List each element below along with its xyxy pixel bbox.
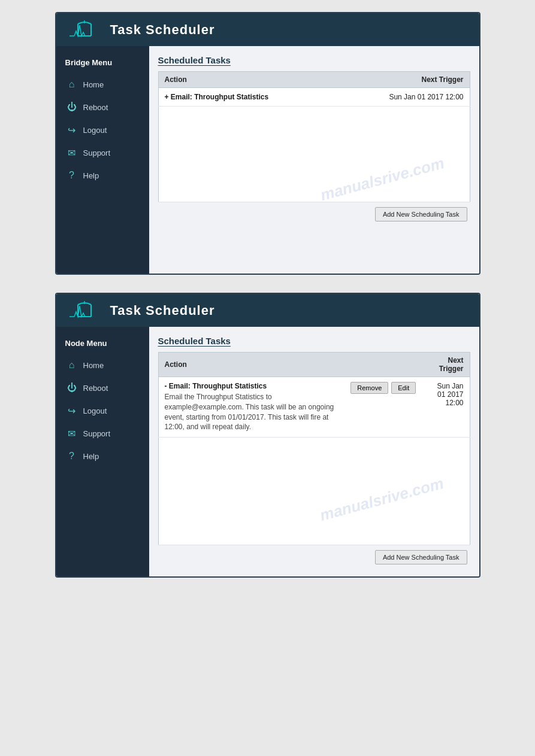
sidebar-item-help-2[interactable]: ? Help bbox=[56, 445, 149, 467]
panel-2-body: Node Menu ⌂ Home ⏻ Reboot ↪ Logout ✉ Sup… bbox=[56, 327, 479, 576]
reboot-icon: ⏻ bbox=[65, 101, 78, 114]
home-icon: ⌂ bbox=[65, 78, 78, 91]
panel-2-header: Task Scheduler bbox=[56, 294, 479, 327]
sidebar-label-reboot-1: Reboot bbox=[83, 103, 108, 112]
sidebar-label-home-1: Home bbox=[83, 80, 104, 89]
sidebar-item-logout-2[interactable]: ↪ Logout bbox=[56, 399, 149, 422]
panel-2-section-title: Scheduled Tasks bbox=[158, 336, 470, 346]
task-action-cell-1: + Email: Throughput Statistics bbox=[158, 88, 337, 107]
sidebar-item-support-1[interactable]: ✉ Support bbox=[56, 141, 149, 164]
help-icon: ? bbox=[65, 169, 78, 182]
support-icon: ✉ bbox=[65, 146, 78, 159]
edit-button[interactable]: Edit bbox=[391, 382, 416, 394]
table-row: + Email: Throughput Statistics Sun Jan 0… bbox=[158, 88, 470, 107]
panel-1-body: Bridge Menu ⌂ Home ⏻ Reboot ↪ Logout ✉ S… bbox=[56, 46, 479, 274]
task-buttons-2: Remove Edit bbox=[350, 382, 416, 394]
sidebar-label-help-2: Help bbox=[83, 452, 99, 461]
sidebar-item-reboot-1[interactable]: ⏻ Reboot bbox=[56, 96, 149, 119]
table-row-expanded: - Email: Throughput Statistics Email the… bbox=[158, 377, 470, 438]
task-action-cell-2: - Email: Throughput Statistics Email the… bbox=[158, 377, 422, 438]
sidebar-label-home-2: Home bbox=[83, 361, 104, 370]
panel-2-sidebar-title: Node Menu bbox=[56, 336, 149, 354]
sidebar-label-help-1: Help bbox=[83, 171, 99, 180]
panel-2-main: Scheduled Tasks Action Next Trigger bbox=[149, 327, 479, 576]
panel-1-tasks-table: Action Next Trigger + Email: Throughput … bbox=[158, 71, 470, 202]
col-action-2: Action bbox=[158, 353, 422, 377]
sidebar-item-reboot-2[interactable]: ⏻ Reboot bbox=[56, 377, 149, 399]
reboot-icon-2: ⏻ bbox=[65, 381, 78, 394]
sidebar-label-logout-2: Logout bbox=[83, 406, 107, 415]
add-new-task-button-1[interactable]: Add New Scheduling Task bbox=[375, 207, 467, 221]
panel-1-main: Scheduled Tasks Action Next Trigger + Em… bbox=[149, 46, 479, 274]
logo-icon bbox=[68, 19, 101, 40]
task-action-title-2: - Email: Throughput Statistics bbox=[165, 382, 267, 390]
panel-2-tasks-container: Action Next Trigger - Email: Throughput … bbox=[158, 352, 470, 567]
empty-space-1: manualsrive.com bbox=[158, 107, 470, 202]
task-action-title-1: + Email: Throughput Statistics bbox=[165, 93, 269, 101]
col-trigger-2: Next Trigger bbox=[422, 353, 470, 377]
sidebar-item-home-1[interactable]: ⌂ Home bbox=[56, 73, 149, 96]
add-task-row-1: Add New Scheduling Task bbox=[158, 202, 470, 224]
sidebar-item-help-1[interactable]: ? Help bbox=[56, 164, 149, 187]
panel-2-title: Task Scheduler bbox=[110, 303, 215, 318]
task-trigger-cell-2: Sun Jan 01 2017 12:00 bbox=[422, 377, 470, 438]
empty-row-1: manualsrive.com bbox=[158, 107, 470, 202]
panel-1-sidebar: Bridge Menu ⌂ Home ⏻ Reboot ↪ Logout ✉ S… bbox=[56, 46, 149, 274]
empty-space-2: manualsrive.com bbox=[158, 438, 470, 545]
sidebar-label-support-1: Support bbox=[83, 148, 111, 157]
sidebar-label-reboot-2: Reboot bbox=[83, 384, 108, 393]
panel-1-tasks-container: Action Next Trigger + Email: Throughput … bbox=[158, 71, 470, 224]
panel-1-sidebar-title: Bridge Menu bbox=[56, 55, 149, 73]
sidebar-item-home-2[interactable]: ⌂ Home bbox=[56, 354, 149, 377]
task-trigger-cell-1: Sun Jan 01 2017 12:00 bbox=[337, 88, 470, 107]
task-action-row: - Email: Throughput Statistics Email the… bbox=[165, 382, 416, 432]
col-action-1: Action bbox=[158, 72, 337, 88]
table-header-row-1: Action Next Trigger bbox=[158, 72, 470, 88]
panel-2: Task Scheduler Node Menu ⌂ Home ⏻ Reboot… bbox=[55, 293, 480, 578]
sidebar-item-logout-1[interactable]: ↪ Logout bbox=[56, 119, 149, 141]
empty-row-2: manualsrive.com bbox=[158, 438, 470, 545]
watermark-2: manualsrive.com bbox=[318, 474, 446, 525]
logo-icon-2 bbox=[68, 300, 101, 321]
logout-icon: ↪ bbox=[65, 123, 78, 136]
sidebar-label-logout-1: Logout bbox=[83, 126, 107, 135]
remove-button[interactable]: Remove bbox=[350, 382, 388, 394]
panel-1: Task Scheduler Bridge Menu ⌂ Home ⏻ Rebo… bbox=[55, 12, 480, 275]
panel-1-title: Task Scheduler bbox=[110, 22, 215, 38]
help-icon-2: ? bbox=[65, 450, 78, 463]
panel-1-header: Task Scheduler bbox=[56, 13, 479, 46]
panel-1-section-title: Scheduled Tasks bbox=[158, 55, 470, 65]
logout-icon-2: ↪ bbox=[65, 404, 78, 417]
sidebar-item-support-2[interactable]: ✉ Support bbox=[56, 422, 149, 445]
home-icon-2: ⌂ bbox=[65, 359, 78, 372]
task-description-2: Email the Throughput Statistics to examp… bbox=[165, 392, 345, 432]
watermark-1: manualsrive.com bbox=[319, 154, 446, 205]
support-icon-2: ✉ bbox=[65, 427, 78, 440]
task-action-content: - Email: Throughput Statistics Email the… bbox=[165, 382, 345, 432]
panel-2-sidebar: Node Menu ⌂ Home ⏻ Reboot ↪ Logout ✉ Sup… bbox=[56, 327, 149, 576]
col-trigger-1: Next Trigger bbox=[337, 72, 470, 88]
table-header-row-2: Action Next Trigger bbox=[158, 353, 470, 377]
sidebar-label-support-2: Support bbox=[83, 429, 111, 438]
add-task-row-2: Add New Scheduling Task bbox=[158, 545, 470, 567]
panel-2-tasks-table: Action Next Trigger - Email: Throughput … bbox=[158, 352, 470, 545]
add-new-task-button-2[interactable]: Add New Scheduling Task bbox=[375, 550, 467, 564]
